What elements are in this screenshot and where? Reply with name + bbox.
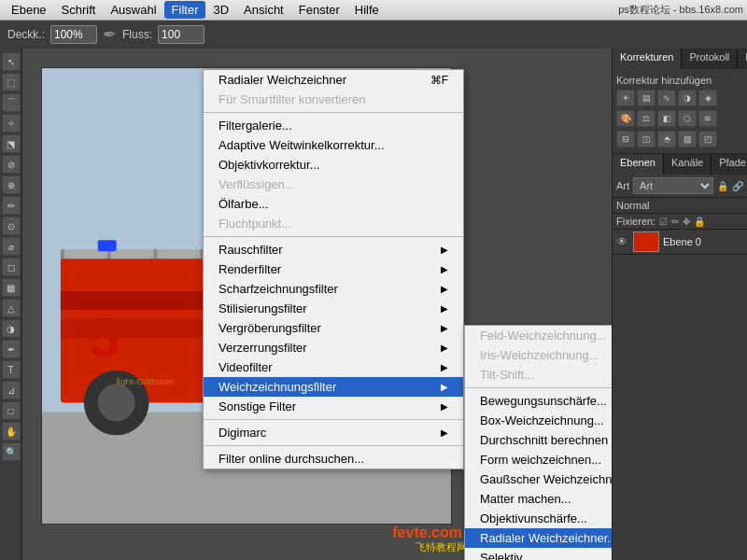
tool-blur[interactable]: △ [2,299,21,317]
menu-adaptive[interactable]: Adaptive Weitwinkelkorrektur... [204,135,463,155]
svg-rect-17 [153,249,157,259]
tab-kanaele[interactable]: Kanäle [664,154,712,175]
correction-icons-row1: ☀ ▤ ∿ ◑ ◈ [616,88,743,108]
sub-box[interactable]: Box-Weichzeichnung... [465,411,612,430]
sub-tilt: Tilt-Shift... [465,365,612,385]
corr-poster[interactable]: ◫ [637,131,655,147]
menu-3d[interactable]: 3D [205,1,236,19]
tool-history[interactable]: ⌀ [2,237,21,256]
menu-objektiv[interactable]: Objektivkorrektur... [204,155,463,175]
mode-select[interactable]: Art [633,177,713,194]
menubar: Ebene Schrift Auswahl Filter 3D Ansicht … [0,0,747,21]
tab-ebenen[interactable]: Ebenen [613,154,664,175]
lock-icon-move[interactable]: ✥ [683,217,690,227]
tool-heal[interactable]: ⊕ [2,175,21,194]
menu-verzerrung[interactable]: Verzerrungsfilter ▶ [204,338,463,357]
menu-ansicht[interactable]: Ansicht [236,1,291,19]
corr-chanmix[interactable]: ≋ [698,110,717,127]
corr-invert[interactable]: ⊟ [616,131,635,147]
tab-extra[interactable]: E... [738,49,747,69]
menu-oelfarbe[interactable]: Ölfarbe... [204,194,463,214]
flow-input[interactable] [158,25,204,44]
lock-icon-lock[interactable]: 🔒 [694,217,705,227]
menu-vergroeber[interactable]: Vergröberungsfilter ▶ [204,318,463,338]
watermark-text1: fe [392,525,405,540]
menu-sonstige[interactable]: Sonstige Filter ▶ [204,397,463,416]
menu-weichzeichnung[interactable]: Weichzeichnungsfilter ▶ [204,377,463,397]
menu-filtergalerie[interactable]: Filtergalerie... [204,116,463,135]
tool-text[interactable]: T [2,360,21,379]
menu-auswahl[interactable]: Auswahl [103,1,163,19]
watermark-subtitle: 飞特教程网 [416,540,467,554]
tool-clone[interactable]: ⊙ [2,217,21,235]
corr-colorbal[interactable]: ⚖ [637,110,655,127]
menu-radialer[interactable]: Radialer Weichzeichner ⌘F [204,70,463,90]
menu-fenster[interactable]: Fenster [291,1,347,19]
tool-hand[interactable]: ✋ [2,422,21,441]
menu-ebene[interactable]: Ebene [4,1,54,19]
menu-online[interactable]: Filter online durchsuchen... [204,449,463,469]
shortcut-radialer: ⌘F [430,74,448,87]
tool-brush[interactable]: ✏ [2,196,21,215]
sub-objektiv[interactable]: Objektivunschärfe... [465,509,612,528]
corr-brightness[interactable]: ☀ [616,90,635,106]
corr-thresh[interactable]: ⬘ [657,131,676,147]
tool-move[interactable]: ↖ [2,52,21,71]
arrow-scharf: ▶ [441,284,448,294]
menu-schrift[interactable]: Schrift [54,1,104,19]
tool-eyedrop[interactable]: ⊘ [2,155,21,174]
menu-stilisierung[interactable]: Stilisierungsfilter ▶ [204,299,463,318]
sub-durchschnitt[interactable]: Durchschnitt berechnen [465,430,612,450]
layer-visibility-icon[interactable]: 👁 [616,235,627,248]
separator-4 [204,445,463,446]
tool-zoom[interactable]: 🔍 [2,442,21,461]
sub-selektiv[interactable]: Selektiv... [465,548,612,560]
tool-dodge[interactable]: ◑ [2,319,21,338]
corr-photo[interactable]: ⬡ [678,110,697,127]
filter-menu[interactable]: Radialer Weichzeichner ⌘F Für Smartfilte… [203,69,464,469]
canvas-area: 5 S [22,49,612,560]
menu-filter[interactable]: Filter [164,1,206,19]
corr-exposure[interactable]: ◑ [678,90,697,106]
tool-crop[interactable]: ⬔ [2,134,21,153]
layers-icon-link: 🔗 [732,181,743,191]
tool-gradient[interactable]: ▦ [2,278,21,297]
corr-selcol[interactable]: ◰ [698,131,717,147]
separator-3 [204,419,463,420]
tool-magic[interactable]: ✧ [2,114,21,133]
corr-bw[interactable]: ◧ [657,110,676,127]
corr-hue[interactable]: 🎨 [616,110,635,127]
tool-select[interactable]: ⬚ [2,73,21,91]
tab-pfade[interactable]: Pfade [712,154,747,175]
sub-gauss[interactable]: Gaußscher Weichzeichner... [465,469,612,489]
tool-pen[interactable]: ✒ [2,340,21,358]
tab-korrekturen[interactable]: Korrekturen [613,49,682,69]
opacity-label: Deckk.: [7,28,45,41]
tool-lasso[interactable]: ⌒ [2,93,21,112]
layer-item-0[interactable]: 👁 Ebene 0 [613,230,747,255]
menu-scharfzeichnung[interactable]: Scharfzeichnungsfilter ▶ [204,279,463,299]
layer-name: Ebene 0 [663,236,701,247]
lock-icon-brush[interactable]: ✏ [671,217,679,227]
sub-radialer[interactable]: Radialer Weichzeichner... [465,528,612,548]
opacity-input[interactable] [50,25,97,44]
sub-matter[interactable]: Matter machen... [465,489,612,509]
corr-levels[interactable]: ▤ [637,90,655,106]
tool-shape[interactable]: □ [2,401,21,420]
corr-curves[interactable]: ∿ [657,90,676,106]
layers-icon-lock: 🔒 [717,181,728,191]
lock-icon-check[interactable]: ☑ [659,217,668,227]
menu-renderfilter[interactable]: Renderfilter ▶ [204,259,463,279]
menu-hilfe[interactable]: Hilfe [347,1,387,19]
tool-path[interactable]: ⊿ [2,381,21,399]
tool-eraser[interactable]: ◻ [2,258,21,276]
sub-bewegung[interactable]: Bewegungsunschärfe... [465,391,612,411]
weich-submenu[interactable]: Feld-Weichzeichnung... Iris-Weichzeichnu… [464,325,612,560]
corr-grmap[interactable]: ▨ [678,131,697,147]
menu-digimarc[interactable]: Digimarc ▶ [204,423,463,442]
menu-rauschfilter[interactable]: Rauschfilter ▶ [204,240,463,259]
corr-vibrance[interactable]: ◈ [698,90,717,106]
sub-form[interactable]: Form weichzeichnen... [465,450,612,469]
tab-protokoll[interactable]: Protokoll [682,49,738,69]
menu-videofilter[interactable]: Videofilter ▶ [204,357,463,377]
